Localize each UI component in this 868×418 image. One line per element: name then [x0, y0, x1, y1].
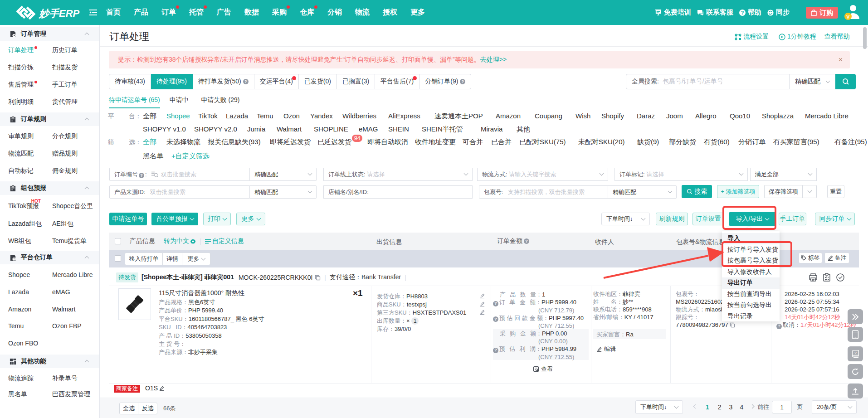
svg-text:V: V: [846, 14, 850, 19]
